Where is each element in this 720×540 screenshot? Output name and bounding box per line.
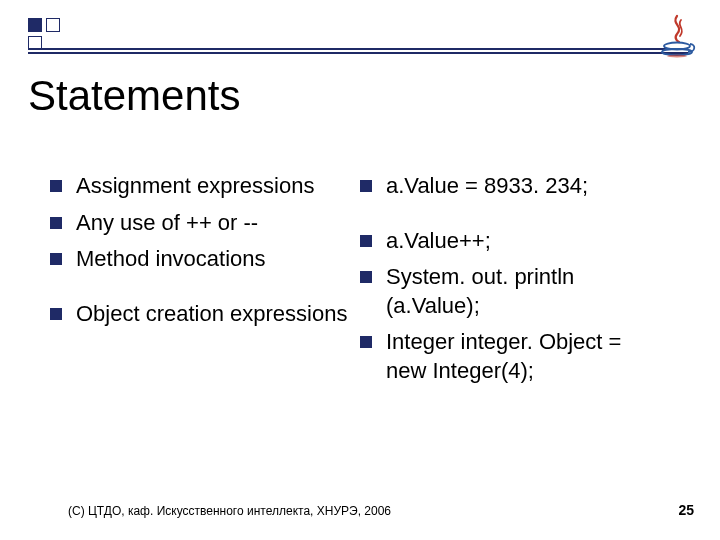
square-bullet-icon xyxy=(360,271,372,283)
content-columns: Assignment expressionsAny use of ++ or -… xyxy=(50,172,670,394)
square-bullet-icon xyxy=(50,180,62,192)
java-logo-icon xyxy=(656,14,698,58)
slide: Statements Assignment expressionsAny use… xyxy=(0,0,720,540)
list-item: Object creation expressions xyxy=(50,300,350,329)
list-item: Integer integer. Object = new Integer(4)… xyxy=(360,328,660,385)
page-number: 25 xyxy=(678,502,694,518)
square-bullet-icon xyxy=(360,235,372,247)
footer-text: (С) ЦТДО, каф. Искусственного интеллекта… xyxy=(68,504,391,518)
list-item: Method invocations xyxy=(50,245,350,274)
decor-line xyxy=(28,52,688,54)
header-decoration xyxy=(28,18,688,50)
svg-point-2 xyxy=(667,55,687,58)
svg-point-1 xyxy=(662,49,692,55)
list-item: Any use of ++ or -- xyxy=(50,209,350,238)
list-item-text: Any use of ++ or -- xyxy=(76,209,258,238)
list-item: a.Value++; xyxy=(360,227,660,256)
list-item-text: System. out. println (a.Value); xyxy=(386,263,660,320)
list-item-text: a.Value++; xyxy=(386,227,491,256)
decor-square xyxy=(46,18,60,32)
left-column: Assignment expressionsAny use of ++ or -… xyxy=(50,172,360,394)
square-bullet-icon xyxy=(50,217,62,229)
square-bullet-icon xyxy=(50,308,62,320)
square-bullet-icon xyxy=(50,253,62,265)
list-item-text: Method invocations xyxy=(76,245,266,274)
page-title: Statements xyxy=(28,72,240,120)
list-item-text: a.Value = 8933. 234; xyxy=(386,172,588,201)
square-bullet-icon xyxy=(360,180,372,192)
square-bullet-icon xyxy=(360,336,372,348)
list-item-text: Assignment expressions xyxy=(76,172,314,201)
decor-square xyxy=(28,18,42,32)
list-item: System. out. println (a.Value); xyxy=(360,263,660,320)
list-item: a.Value = 8933. 234; xyxy=(360,172,660,201)
decor-line xyxy=(28,48,688,50)
list-item-text: Integer integer. Object = new Integer(4)… xyxy=(386,328,660,385)
right-column: a.Value = 8933. 234;a.Value++;System. ou… xyxy=(360,172,670,394)
list-item: Assignment expressions xyxy=(50,172,350,201)
list-item-text: Object creation expressions xyxy=(76,300,347,329)
